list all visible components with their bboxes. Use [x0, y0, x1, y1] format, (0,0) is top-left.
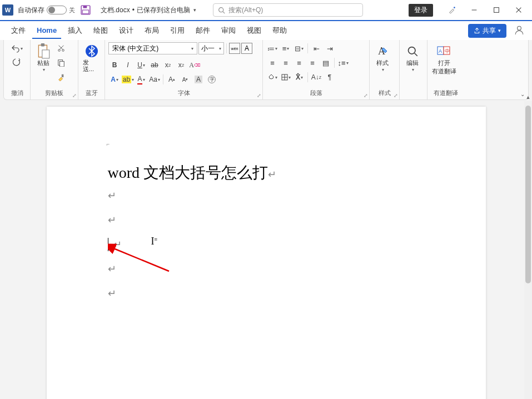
tab-view[interactable]: 视图 — [242, 22, 266, 39]
chevron-down-icon: ▾ — [382, 67, 384, 72]
save-icon[interactable] — [81, 5, 91, 15]
paragraph-line: ↵ — [108, 281, 425, 306]
bullets-button[interactable]: ≔▾ — [266, 42, 279, 54]
login-button[interactable]: 登录 — [409, 4, 433, 17]
copy-button[interactable] — [55, 57, 67, 69]
group-label-clipboard: 剪贴板 — [34, 88, 74, 98]
tab-home[interactable]: Home — [32, 23, 61, 39]
styles-button[interactable]: A 样式 ▾ — [373, 42, 392, 73]
superscript-button[interactable]: x2 — [175, 59, 187, 71]
autosave-toggle[interactable] — [47, 6, 67, 14]
align-center-button[interactable]: ≡ — [280, 57, 292, 69]
bluetooth-send-button[interactable]: 发送... — [82, 42, 101, 73]
grow-font-button[interactable]: A▴ — [166, 73, 178, 86]
return-mark-icon: ↵ — [108, 287, 116, 300]
scroll-thumb[interactable] — [525, 106, 531, 283]
tab-layout[interactable]: 布局 — [140, 22, 163, 39]
justify-button[interactable]: ≡ — [306, 57, 319, 69]
phonetic-guide-button[interactable]: wén — [229, 43, 240, 54]
svg-line-4 — [223, 11, 225, 13]
ibeam-pointer-icon: I≡ — [151, 236, 158, 247]
search-input[interactable]: 搜索(Alt+Q) — [213, 3, 363, 17]
show-marks-button[interactable]: ¶ — [324, 71, 336, 83]
group-label-undo: 撤消 — [7, 88, 27, 98]
shrink-font-button[interactable]: A▾ — [179, 73, 191, 86]
document-title[interactable]: 文档.docx • 已保存到这台电脑 ▾ — [101, 6, 196, 15]
group-label-edit — [403, 89, 424, 98]
borders-button[interactable]: ▾ — [280, 71, 292, 83]
increase-indent-button[interactable]: ⇥ — [324, 42, 336, 54]
strikethrough-button[interactable]: ab — [148, 59, 161, 71]
tab-design[interactable]: 设计 — [115, 22, 138, 39]
document-area: ⌐ word 文档大括号怎么打↵ ↵ ↵ ↵ I≡ ↵ ↵ — [0, 101, 532, 399]
tab-references[interactable]: 引用 — [166, 22, 189, 39]
undo-button[interactable]: ▾ — [11, 42, 23, 54]
scroll-up-button[interactable]: ▲ — [524, 93, 532, 101]
styles-launcher[interactable]: ⤢ — [394, 93, 398, 98]
tab-file[interactable]: 文件 — [7, 22, 30, 39]
italic-button[interactable]: I — [122, 59, 134, 71]
word-app-icon: W — [2, 4, 13, 16]
sort-button[interactable]: A↓Z — [310, 71, 322, 83]
ribbon-tabs: 文件 Home 插入 绘图 设计 布局 引用 邮件 审阅 视图 帮助 共享 ▾ — [0, 21, 532, 40]
paste-button[interactable]: 粘贴 ▾ — [34, 42, 53, 73]
change-case-button[interactable]: Aa▾ — [148, 73, 161, 86]
char-border-button[interactable]: A — [241, 43, 252, 54]
shading-button[interactable]: ▾ — [266, 71, 279, 83]
tab-draw[interactable]: 绘图 — [89, 22, 112, 39]
minimize-button[interactable] — [463, 2, 485, 18]
group-undo: ▾ 撤消 — [4, 40, 31, 99]
font-launcher[interactable]: ⤢ — [257, 93, 261, 98]
tab-insert[interactable]: 插入 — [63, 22, 87, 39]
bold-button[interactable]: B — [108, 59, 121, 71]
youdao-open-button[interactable]: A中 打开 有道翻译 — [431, 42, 458, 77]
search-icon — [218, 7, 225, 14]
share-button[interactable]: 共享 ▾ — [468, 24, 506, 38]
group-font: 宋体 (中文正文)▾ 小一▾ wén A B I U▾ ab x2 x2 A⌫ … — [105, 40, 263, 99]
vertical-scrollbar[interactable]: ▲ — [524, 101, 532, 399]
paragraph-line-cursor: ↵ I≡ — [108, 232, 425, 257]
multilevel-button[interactable]: ⊟▾ — [293, 42, 305, 54]
clear-format-button[interactable]: A⌫ — [188, 59, 201, 71]
asian-layout-button[interactable]: X̂▾ — [293, 71, 305, 83]
tab-help[interactable]: 帮助 — [268, 22, 291, 39]
tab-review[interactable]: 审阅 — [217, 22, 240, 39]
line-spacing-button[interactable]: ↕≡▾ — [337, 57, 349, 69]
collaborate-icon[interactable] — [514, 25, 525, 37]
cut-button[interactable] — [55, 42, 67, 54]
redo-button[interactable] — [11, 56, 23, 68]
highlight-button[interactable]: ab▾ — [122, 73, 134, 86]
youdao-open-label: 打开 — [438, 59, 450, 67]
svg-text:A: A — [439, 48, 442, 54]
decrease-indent-button[interactable]: ⇤ — [310, 42, 322, 54]
svg-rect-2 — [82, 10, 88, 14]
svg-rect-17 — [59, 61, 64, 67]
titlebar: W 自动保存 关 文档.docx • 已保存到这台电脑 ▾ 搜索(Alt+Q) … — [0, 0, 532, 21]
align-left-button[interactable]: ≡ — [266, 57, 279, 69]
page[interactable]: ⌐ word 文档大括号怎么打↵ ↵ ↵ ↵ I≡ ↵ ↵ — [47, 107, 486, 399]
numbering-button[interactable]: ≡▾ — [280, 42, 292, 54]
tab-mail[interactable]: 邮件 — [191, 22, 215, 39]
brush-icon[interactable] — [441, 2, 463, 18]
format-painter-button[interactable] — [55, 71, 67, 83]
close-button[interactable] — [508, 2, 530, 18]
return-mark-icon: ↵ — [113, 238, 122, 251]
char-shading-button[interactable]: A — [192, 73, 205, 86]
maximize-button[interactable] — [485, 2, 508, 18]
underline-button[interactable]: U▾ — [135, 59, 147, 71]
text-effects-button[interactable]: A▾ — [108, 73, 121, 86]
group-bluetooth: 发送... 蓝牙 — [78, 40, 105, 99]
font-name-select[interactable]: 宋体 (中文正文)▾ — [108, 42, 197, 54]
group-paragraph: ≔▾ ≡▾ ⊟▾ ⇤ ⇥ ≡ ≡ ≡ ≡ ▤ ↕≡▾ ▾ ▾ X̂▾ — [263, 40, 370, 99]
align-right-button[interactable]: ≡ — [293, 57, 305, 69]
return-mark-icon: ↵ — [108, 263, 116, 275]
subscript-button[interactable]: x2 — [162, 59, 174, 71]
distribute-button[interactable]: ▤ — [320, 57, 332, 69]
clipboard-launcher[interactable]: ⤢ — [72, 93, 77, 98]
font-size-select[interactable]: 小一▾ — [198, 42, 224, 54]
font-color-button[interactable]: A▾ — [135, 73, 147, 86]
edit-button[interactable]: 编辑 ▾ — [403, 42, 422, 73]
ruler-mark-icon: ⌐ — [107, 141, 110, 147]
enclose-char-button[interactable]: 字 — [206, 73, 218, 86]
paragraph-launcher[interactable]: ⤢ — [364, 93, 368, 98]
